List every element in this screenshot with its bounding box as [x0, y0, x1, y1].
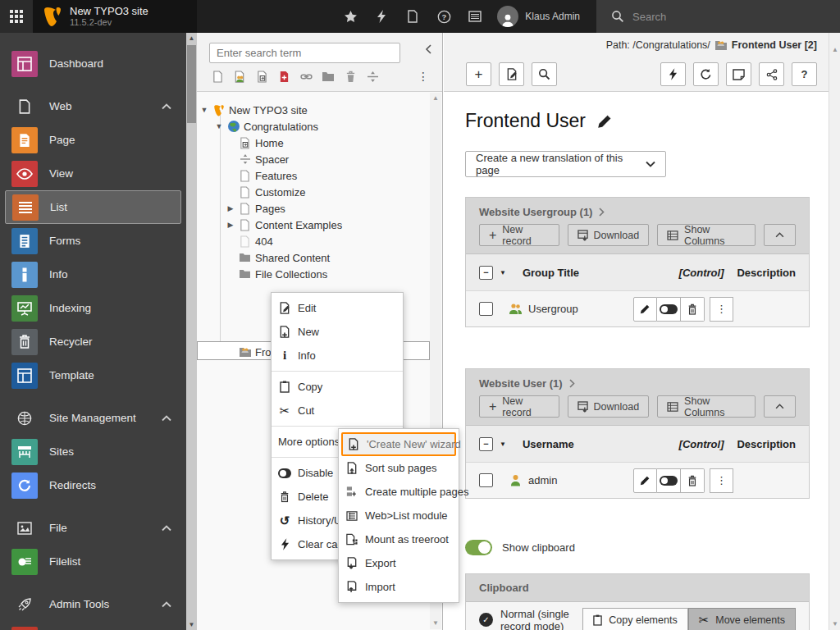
- submenu-item-import[interactable]: Import: [339, 575, 459, 599]
- expand-arrow-icon[interactable]: ▼: [215, 122, 223, 130]
- drag-new-recycler-icon[interactable]: [344, 70, 357, 83]
- tree-node-label[interactable]: Content Examples: [255, 219, 342, 231]
- help-button[interactable]: ?: [430, 0, 458, 33]
- tree-node-content-examples[interactable]: ▶ Content Examples: [226, 217, 342, 233]
- show-clipboard-toggle[interactable]: [465, 540, 492, 555]
- new-record-button[interactable]: +: [466, 62, 491, 86]
- edit-record-button[interactable]: [633, 297, 657, 322]
- row-checkbox[interactable]: [479, 473, 493, 487]
- delete-record-button[interactable]: [681, 297, 705, 322]
- tree-node-label[interactable]: Pages: [255, 203, 285, 215]
- move-elements-button[interactable]: ✂ Move elements: [688, 608, 796, 630]
- tree-node-spacer[interactable]: Spacer: [238, 151, 289, 167]
- scroll-up-icon[interactable]: ▲: [430, 93, 441, 104]
- select-all-checkbox[interactable]: −: [479, 437, 493, 451]
- download-button[interactable]: Download: [568, 395, 650, 418]
- sidebar-item-sites[interactable]: Sites: [0, 435, 186, 468]
- tree-node-label[interactable]: Spacer: [255, 153, 289, 166]
- select-all-checkbox[interactable]: −: [479, 266, 493, 280]
- edit-record-button[interactable]: [633, 468, 657, 493]
- tree-search-input[interactable]: [209, 43, 400, 63]
- more-record-options-button[interactable]: ⋮: [710, 468, 733, 493]
- tree-node-404[interactable]: 404: [238, 233, 273, 249]
- delete-record-button[interactable]: [681, 468, 705, 493]
- sidebar-item-dashboard[interactable]: Dashboard: [0, 47, 186, 80]
- system-information-button[interactable]: [461, 0, 489, 33]
- search-button[interactable]: [532, 62, 557, 86]
- context-menu-item-copy[interactable]: Copy: [272, 375, 403, 399]
- help-button[interactable]: ?: [792, 62, 817, 86]
- scroll-down-icon[interactable]: ▼: [829, 619, 840, 630]
- row-checkbox[interactable]: [479, 302, 493, 316]
- record-title[interactable]: Usergroup: [528, 303, 633, 315]
- show-columns-button[interactable]: Show Columns: [657, 224, 756, 246]
- maintenance-module-icon[interactable]: [11, 627, 38, 630]
- disable-record-button[interactable]: [657, 468, 681, 493]
- scrollbar-thumb[interactable]: [187, 45, 196, 123]
- sidebar-item-view[interactable]: View: [0, 157, 186, 190]
- tree-node-label[interactable]: Home: [255, 137, 284, 149]
- edit-page-properties-button[interactable]: [499, 62, 524, 86]
- sidebar-item-list[interactable]: List: [5, 190, 181, 224]
- collapse-section-button[interactable]: [764, 224, 796, 246]
- caret-down-icon[interactable]: ▼: [500, 441, 506, 448]
- tree-node-features[interactable]: Features: [238, 167, 297, 184]
- record-title[interactable]: admin: [528, 474, 633, 486]
- collapse-tree-icon[interactable]: [425, 44, 432, 54]
- tree-node-label[interactable]: Shared Content: [255, 252, 330, 264]
- collapsed-arrow-icon[interactable]: ▶: [226, 221, 235, 229]
- sidebar-item-recycler[interactable]: Recycler: [0, 325, 186, 358]
- submenu-item-mount-as-treeroot[interactable]: Mount as treeroot: [339, 527, 459, 551]
- submenu-item-sort-sub-pages[interactable]: Sort sub pages: [339, 456, 459, 480]
- share-button[interactable]: [759, 62, 784, 86]
- tree-node-site-root[interactable]: ▼ New TYPO3 site: [200, 102, 308, 118]
- tree-more-options-icon[interactable]: ⋮: [418, 70, 429, 83]
- copy-elements-button[interactable]: Copy elements: [582, 608, 687, 630]
- topbar-search[interactable]: [596, 0, 840, 33]
- expand-arrow-icon[interactable]: ▼: [200, 106, 208, 114]
- scroll-down-icon[interactable]: ▼: [186, 619, 197, 630]
- sidebar-group-file[interactable]: File: [0, 511, 186, 545]
- caret-down-icon[interactable]: ▼: [500, 269, 506, 276]
- sidebar-item-template[interactable]: Template: [0, 358, 186, 392]
- drag-new-user-section-icon[interactable]: [233, 70, 246, 83]
- module-menu-toggle-button[interactable]: [0, 0, 33, 33]
- drag-new-spacer-icon[interactable]: [366, 70, 379, 83]
- new-record-button[interactable]: +New record: [479, 224, 559, 246]
- tree-node-label[interactable]: New TYPO3 site: [229, 104, 308, 116]
- drag-new-folder-icon[interactable]: [322, 70, 335, 83]
- sidebar-scrollbar[interactable]: ▲ ▼: [186, 33, 197, 630]
- tree-node-pages[interactable]: ▶ Pages: [226, 200, 285, 217]
- scroll-down-icon[interactable]: ▼: [430, 618, 441, 629]
- user-menu[interactable]: Klaus Admin: [492, 6, 591, 27]
- sidebar-group-admin-tools[interactable]: Admin Tools: [0, 587, 186, 621]
- sidebar-item-redirects[interactable]: Redirects: [0, 468, 186, 502]
- submenu-item-web-list-module[interactable]: Web>List module: [339, 504, 459, 527]
- scroll-up-icon[interactable]: ▲: [186, 33, 197, 43]
- view-webpage-button[interactable]: [726, 62, 751, 86]
- sidebar-item-indexing[interactable]: Indexing: [0, 291, 186, 325]
- tree-node-congratulations[interactable]: ▼ Congratulations: [215, 118, 318, 135]
- tree-node-label[interactable]: Congratulations: [244, 121, 318, 133]
- new-record-button[interactable]: +New record: [479, 395, 559, 418]
- show-columns-button[interactable]: Show Columns: [657, 395, 756, 418]
- section-title[interactable]: Website Usergroup (1): [479, 206, 796, 218]
- drag-new-page-icon[interactable]: [211, 70, 224, 83]
- drag-new-shortcut-icon[interactable]: [255, 70, 268, 83]
- tree-node-label[interactable]: File Collections: [255, 268, 327, 281]
- context-menu-item-edit[interactable]: Edit: [272, 296, 403, 320]
- edit-title-icon[interactable]: [597, 113, 613, 129]
- clear-cache-button[interactable]: [368, 0, 395, 33]
- reload-button[interactable]: [693, 62, 719, 86]
- tree-node-home[interactable]: Home: [238, 135, 284, 151]
- context-menu-item-new[interactable]: New: [272, 320, 403, 344]
- tree-node-label[interactable]: Customize: [255, 186, 305, 199]
- tree-node-file-collections[interactable]: File Collections: [238, 266, 327, 282]
- search-input[interactable]: [632, 11, 797, 23]
- sidebar-item-forms[interactable]: Forms: [0, 224, 186, 258]
- tree-node-customize[interactable]: Customize: [238, 184, 305, 200]
- sidebar-item-page[interactable]: Page: [0, 123, 186, 157]
- collapsed-arrow-icon[interactable]: ▶: [226, 204, 235, 212]
- submenu-item-export[interactable]: Export: [339, 551, 459, 575]
- drag-new-mountpoint-icon[interactable]: [277, 70, 290, 83]
